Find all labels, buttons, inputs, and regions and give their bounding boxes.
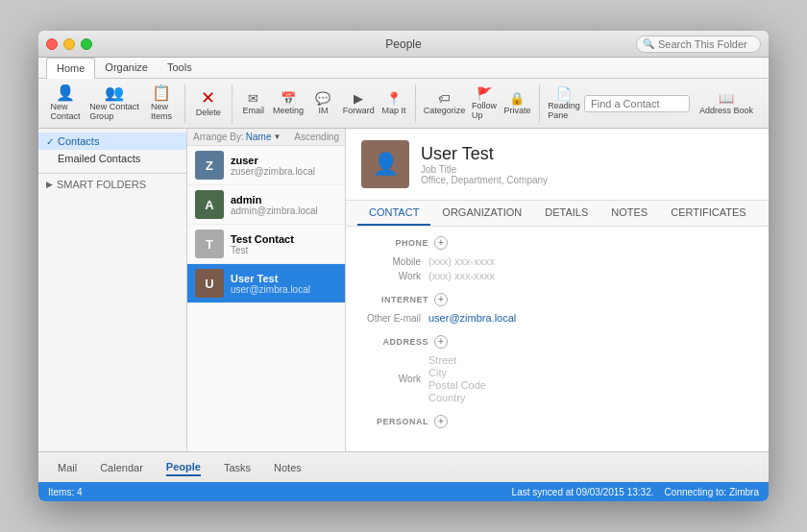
internet-section-header: INTERNET + xyxy=(361,293,753,306)
detail-name-section: User Test Job Title Office, Department, … xyxy=(421,144,753,185)
titlebar-search-input[interactable] xyxy=(658,38,754,50)
minimize-button[interactable] xyxy=(63,38,75,50)
address-add-button[interactable]: + xyxy=(434,335,448,349)
tab-certificates[interactable]: CERTIFICATES xyxy=(659,201,757,226)
new-contact-group-button[interactable]: 👥 New ContactGroup xyxy=(86,83,142,124)
tab-home[interactable]: Home xyxy=(46,58,95,79)
find-contact-bar: 📖 Address Book xyxy=(584,89,761,117)
detail-content: PHONE + Mobile (xxx) xxx-xxxx Work (xxx)… xyxy=(346,227,769,451)
address-label: ADDRESS xyxy=(361,337,428,347)
window-title: People xyxy=(385,37,421,51)
sidebar-item-contacts[interactable]: ✓ Contacts xyxy=(38,133,186,150)
email-button[interactable]: ✉ Email xyxy=(238,89,269,117)
private-button[interactable]: 🔒 Private xyxy=(501,89,533,117)
contact-info-zuser: zuser zuser@zimbra.local xyxy=(231,155,337,177)
sidebar-smart-folders-header[interactable]: ▶ SMART FOLDERS xyxy=(38,176,186,193)
tab-organization[interactable]: ORGANIZATION xyxy=(430,201,533,226)
bottom-tab-calendar[interactable]: Calendar xyxy=(100,460,143,475)
meeting-button[interactable]: 📅 Meeting xyxy=(271,89,306,117)
contact-email-admin: admin@zimbra.local xyxy=(231,206,337,216)
delete-label: Delete xyxy=(196,108,221,117)
contact-item-test-contact[interactable]: T Test Contact Test xyxy=(187,225,345,264)
new-items-label: NewItems xyxy=(151,102,172,121)
address-country: Country xyxy=(428,392,486,403)
contact-email-test: Test xyxy=(231,245,337,255)
smart-folders-label: SMART FOLDERS xyxy=(57,179,146,190)
contact-avatar-admin: A xyxy=(195,190,224,219)
contact-avatar-zuser: Z xyxy=(195,151,224,180)
ribbon-sep-3 xyxy=(415,85,416,123)
arrange-label: Arrange By: xyxy=(193,132,244,142)
phone-work-row: Work (xxx) xxx-xxxx xyxy=(361,270,753,281)
contact-name-zuser: zuser xyxy=(231,155,337,166)
detail-job-title: Job Title xyxy=(421,164,753,175)
address-book-button[interactable]: 📖 Address Book xyxy=(696,89,757,117)
tab-contact[interactable]: CONTACT xyxy=(357,201,430,226)
tab-details[interactable]: DETAILS xyxy=(533,201,599,226)
contact-email-zuser: zuser@zimbra.local xyxy=(231,166,337,177)
tab-organize[interactable]: Organize xyxy=(95,58,158,78)
private-label: Private xyxy=(503,106,530,115)
delete-button[interactable]: ✕ Delete xyxy=(191,86,226,120)
status-items: Items: 4 xyxy=(48,487,83,497)
bottom-tab-mail[interactable]: Mail xyxy=(58,460,77,475)
internet-add-button[interactable]: + xyxy=(434,293,448,306)
map-it-icon: 📍 xyxy=(386,91,402,106)
contact-item-user-test[interactable]: ➤ U User Test user@zimbra.local xyxy=(187,264,345,303)
im-button[interactable]: 💬 IM xyxy=(307,89,338,117)
sidebar-contacts-section: ✓ Contacts Emailed Contacts xyxy=(38,129,186,171)
titlebar-search-box[interactable]: 🔍 xyxy=(636,36,761,53)
chevron-down-icon: ▼ xyxy=(274,133,281,141)
private-icon: 🔒 xyxy=(509,91,525,106)
delete-icon: ✕ xyxy=(201,89,215,107)
maximize-button[interactable] xyxy=(81,38,92,50)
tab-notes[interactable]: NOTES xyxy=(599,201,659,226)
mobile-value: (xxx) xxx-xxxx xyxy=(428,255,495,267)
arrange-value[interactable]: Name xyxy=(246,132,272,142)
personal-add-button[interactable]: + xyxy=(434,415,448,428)
address-street: Street xyxy=(428,354,486,366)
phone-add-button[interactable]: + xyxy=(434,236,448,250)
other-email-value[interactable]: user@zimbra.local xyxy=(428,312,516,324)
im-label: IM xyxy=(318,106,328,115)
follow-up-label: FollowUp xyxy=(472,101,497,120)
contact-name-test: Test Contact xyxy=(231,233,337,245)
sidebar-item-emailed-contacts[interactable]: Emailed Contacts xyxy=(38,150,186,167)
ribbon: Home Organize Tools 👤 NewContact 👥 New C… xyxy=(38,58,769,129)
mobile-label: Mobile xyxy=(361,256,428,267)
contact-item-admin[interactable]: ➤ A admin admin@zimbra.local xyxy=(187,185,345,225)
arrange-sort[interactable]: Ascending xyxy=(294,132,339,142)
new-contact-group-icon: 👥 xyxy=(105,85,124,101)
main-area: ✓ Contacts Emailed Contacts ▶ SMART FOLD… xyxy=(38,129,769,451)
find-contact-input[interactable] xyxy=(584,95,690,112)
forward-label: Forward xyxy=(343,106,375,115)
bottom-tab-notes[interactable]: Notes xyxy=(274,460,302,475)
follow-up-button[interactable]: 🚩 FollowUp xyxy=(469,85,500,122)
meeting-label: Meeting xyxy=(273,106,304,115)
close-button[interactable] xyxy=(46,38,58,50)
new-items-button[interactable]: 📋 NewItems xyxy=(144,83,179,124)
reading-pane-button[interactable]: 📄 ReadingPane xyxy=(546,85,582,122)
contact-item-zuser[interactable]: ➤ Z zuser zuser@zimbra.local xyxy=(187,146,345,185)
bottom-tab-tasks[interactable]: Tasks xyxy=(224,460,251,475)
ribbon-sep-4 xyxy=(539,85,540,123)
status-synced: Last synced at 09/03/2015 13:32. Connect… xyxy=(512,487,759,497)
categorize-button[interactable]: 🏷 Categorize xyxy=(422,89,467,117)
personal-section: PERSONAL + xyxy=(361,415,753,428)
forward-icon: ▶ xyxy=(354,91,363,106)
forward-button[interactable]: ▶ Forward xyxy=(340,89,377,117)
ribbon-toolbar: 👤 NewContact 👥 New ContactGroup 📋 NewIte… xyxy=(38,79,769,128)
new-contact-button[interactable]: 👤 NewContact xyxy=(46,83,85,124)
meeting-icon: 📅 xyxy=(281,91,296,106)
main-window: People 🔍 Home Organize Tools 👤 NewContac… xyxy=(38,31,769,501)
reading-pane-label: ReadingPane xyxy=(548,101,580,120)
personal-label: PERSONAL xyxy=(361,417,428,426)
bottom-tabs: Mail Calendar People Tasks Notes xyxy=(38,451,769,482)
map-it-button[interactable]: 📍 Map It xyxy=(379,89,409,117)
bottom-tab-people[interactable]: People xyxy=(166,459,201,476)
sidebar-emailed-contacts-label: Emailed Contacts xyxy=(58,153,140,164)
new-contact-icon: 👤 xyxy=(56,85,75,101)
phone-section-header: PHONE + xyxy=(361,236,753,250)
tab-tools[interactable]: Tools xyxy=(158,58,202,78)
categorize-label: Categorize xyxy=(424,106,466,115)
